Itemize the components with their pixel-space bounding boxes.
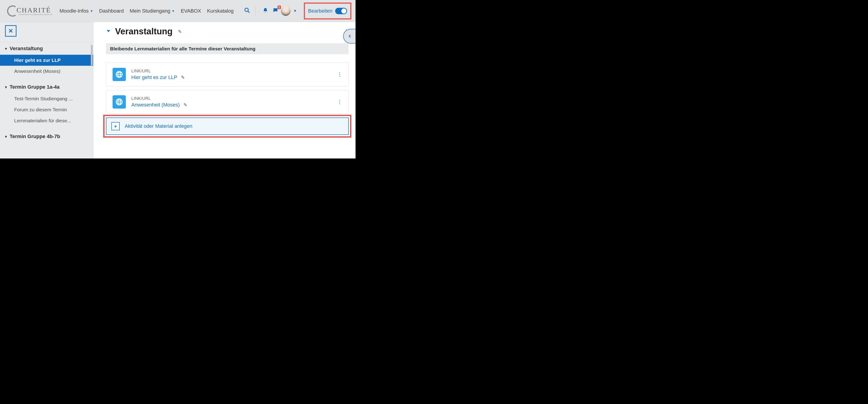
- chevron-down-icon: ▾: [5, 135, 7, 139]
- svg-marker-2: [107, 30, 110, 32]
- logo-text: CHARITÉ: [17, 6, 52, 14]
- sidebar-section-title: Veranstaltung: [10, 46, 43, 52]
- nav-mein-studiengang[interactable]: Mein Studiengang ▼: [130, 8, 175, 14]
- activity-link-llp[interactable]: Hier geht es zur LLP: [131, 75, 177, 80]
- user-menu-caret-icon[interactable]: ▼: [293, 9, 297, 13]
- sidebar-section-title: Termin Gruppe 1a-4a: [10, 84, 60, 90]
- sidebar-section-title: Termin Gruppe 4b-7b: [10, 134, 60, 140]
- nav-moodle-infos[interactable]: Moodle-Infos ▼: [60, 8, 93, 14]
- section-title: Veranstaltung: [115, 27, 173, 36]
- nav-link-label: Moodle-Infos: [60, 8, 89, 14]
- toggle-switch-on[interactable]: [335, 8, 347, 14]
- user-avatar[interactable]: [281, 6, 290, 16]
- activity-type-label: LINK/URL: [131, 96, 187, 101]
- collapse-section-icon[interactable]: [106, 28, 111, 35]
- sidebar-item-lernmaterialien[interactable]: Lernmaterialien für diese...: [0, 115, 93, 126]
- activity-actions-menu-icon[interactable]: ⋮: [337, 99, 342, 105]
- sidebar-section-termin-1a4a[interactable]: ▾ Termin Gruppe 1a-4a: [0, 81, 93, 93]
- nav-link-label: Mein Studiengang: [130, 8, 170, 14]
- messages-icon[interactable]: 1: [272, 7, 279, 15]
- chevron-down-icon: ▾: [5, 47, 7, 51]
- url-activity-icon: [113, 68, 126, 81]
- sidebar-item-anwesenheit[interactable]: Anwesenheit (Moses): [0, 66, 93, 77]
- site-logo[interactable]: CHARITÉ UNIVERSITÄTSMEDIZIN BERLIN: [6, 4, 52, 18]
- chevron-down-icon: ▾: [5, 85, 7, 89]
- nav-dashboard[interactable]: Dashboard: [99, 8, 124, 14]
- activity-type-label: LINK/URL: [131, 69, 185, 74]
- svg-line-1: [248, 11, 250, 13]
- caret-down-icon: ▼: [172, 9, 175, 13]
- add-activity-label: Aktivität oder Material anlegen: [125, 123, 192, 129]
- edit-activity-title-icon[interactable]: ✎: [184, 102, 187, 108]
- activity-link-anwesenheit[interactable]: Anwesenheit (Moses): [131, 102, 180, 108]
- sidebar-section-veranstaltung[interactable]: ▾ Veranstaltung: [0, 42, 93, 55]
- section-description: Bleibende Lernmaterialien für alle Termi…: [106, 43, 349, 54]
- add-activity-button[interactable]: ＋ Aktivität oder Material anlegen: [106, 117, 349, 135]
- activity-actions-menu-icon[interactable]: ⋮: [337, 71, 342, 78]
- search-icon[interactable]: [244, 7, 250, 15]
- url-activity-icon: [113, 95, 126, 109]
- sidebar-item-forum[interactable]: Forum zu diesem Termin: [0, 104, 93, 115]
- primary-nav: Moodle-Infos ▼ Dashboard Mein Studiengan…: [60, 8, 234, 14]
- logo-subtext: UNIVERSITÄTSMEDIZIN BERLIN: [18, 13, 52, 16]
- svg-point-0: [245, 8, 248, 11]
- nav-divider: [255, 6, 255, 16]
- notifications-icon[interactable]: [262, 7, 268, 15]
- close-sidebar-button[interactable]: ✕: [5, 25, 17, 37]
- nav-evabox[interactable]: EVABOX: [181, 8, 201, 14]
- edit-mode-toggle[interactable]: Bearbeiten: [304, 2, 351, 20]
- main-content: Veranstaltung ✎ ⋮ Bleibende Lernmaterial…: [93, 22, 355, 158]
- top-navbar: CHARITÉ UNIVERSITÄTSMEDIZIN BERLIN Moodl…: [0, 0, 355, 22]
- open-right-drawer-button[interactable]: [343, 29, 355, 44]
- edit-mode-label: Bearbeiten: [308, 8, 333, 14]
- plus-icon: ＋: [112, 122, 120, 130]
- nav-link-label: EVABOX: [181, 8, 201, 14]
- sidebar-item-llp[interactable]: Hier geht es zur LLP: [0, 55, 93, 66]
- scrollbar-thumb[interactable]: [91, 45, 93, 65]
- edit-activity-title-icon[interactable]: ✎: [181, 75, 185, 80]
- edit-section-title-icon[interactable]: ✎: [178, 29, 182, 34]
- activity-card-llp: LINK/URL Hier geht es zur LLP ✎ ⋮: [106, 62, 349, 86]
- activity-card-anwesenheit: LINK/URL Anwesenheit (Moses) ✎ ⋮: [106, 90, 349, 114]
- nav-kurskatalog[interactable]: Kurskatalog: [207, 8, 234, 14]
- nav-link-label: Dashboard: [99, 8, 124, 14]
- sidebar-item-test-termin[interactable]: Test-Termin Studiengang ...: [0, 93, 93, 104]
- nav-link-label: Kurskatalog: [207, 8, 234, 14]
- course-index-sidebar: ✕ ▾ Veranstaltung Hier geht es zur LLP A…: [0, 22, 93, 158]
- caret-down-icon: ▼: [90, 9, 93, 13]
- sidebar-section-termin-4b7b[interactable]: ▾ Termin Gruppe 4b-7b: [0, 130, 93, 143]
- message-count-badge: 1: [278, 5, 281, 9]
- section-header: Veranstaltung ✎ ⋮: [106, 27, 349, 36]
